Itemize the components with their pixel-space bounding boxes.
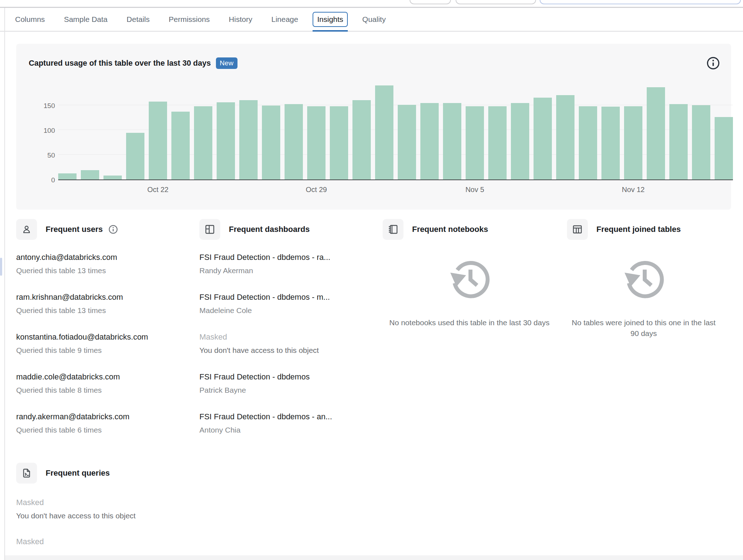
user-row-secondary: Queried this table 6 times [16, 426, 185, 434]
usage-bar[interactable] [217, 102, 235, 179]
tab-label: Lineage [267, 12, 303, 27]
x-axis-label: Oct 22 [147, 186, 169, 194]
chart-y-axis: 050100150 [29, 80, 55, 181]
usage-bar[interactable] [601, 107, 620, 179]
tab-columns[interactable]: Columns [10, 8, 50, 31]
tab-label: Permissions [164, 12, 214, 27]
user-row-primary[interactable]: konstantina.fotiadou@databricks.com [16, 332, 185, 342]
query-row: Masked [16, 537, 729, 546]
usage-bar[interactable] [330, 106, 348, 179]
usage-bar[interactable] [149, 102, 167, 179]
usage-bar[interactable] [669, 104, 688, 179]
dashboard-row-secondary: Antony Chia [199, 426, 368, 434]
usage-bar[interactable] [239, 100, 258, 179]
user-row: ram.krishnan@databricks.comQueried this … [16, 293, 185, 315]
usage-bar[interactable] [81, 170, 99, 179]
usage-panel: Captured usage of this table over the la… [16, 44, 731, 210]
user-row: antony.chia@databricks.comQueried this t… [16, 253, 185, 275]
usage-bar[interactable] [556, 95, 574, 179]
tab-label: History [224, 12, 257, 27]
usage-bar[interactable] [579, 106, 597, 179]
usage-bar[interactable] [352, 100, 371, 179]
usage-bar[interactable] [534, 98, 552, 179]
usage-bar[interactable] [285, 104, 303, 179]
usage-bar[interactable] [307, 106, 326, 179]
dashboard-row-primary[interactable]: FSI Fraud Detection - dbdemos - an... [199, 412, 368, 421]
frequent-joined-tables-title: Frequent joined tables [596, 225, 681, 234]
usage-panel-title: Captured usage of this table over the la… [29, 59, 211, 68]
y-axis-label: 50 [29, 151, 55, 159]
history-icon [448, 258, 492, 302]
usage-bar[interactable] [511, 103, 529, 179]
info-icon[interactable] [706, 56, 720, 70]
usage-bar[interactable] [443, 103, 461, 179]
query-row-primary: Masked [16, 498, 729, 507]
usage-bar[interactable] [488, 106, 507, 179]
dashboard-row-secondary: You don't have access to this object [199, 346, 368, 355]
frequent-dashboards-list: FSI Fraud Detection - dbdemos - ra...Ran… [199, 253, 383, 434]
usage-bar[interactable] [624, 106, 642, 179]
usage-bar[interactable] [398, 105, 416, 179]
frequent-joined-tables-section: Frequent joined tables No tables were jo… [567, 219, 731, 452]
usage-bar[interactable] [194, 106, 212, 179]
dashboard-row-secondary: Patrick Bayne [199, 386, 368, 395]
tab-history[interactable]: History [224, 8, 257, 31]
cutoff-button-1[interactable] [410, 0, 451, 4]
user-row-secondary: Queried this table 13 times [16, 266, 185, 275]
frequent-queries-list: MaskedYou don't have access to this obje… [16, 498, 743, 546]
chart-plot: Oct 22Oct 29Nov 5Nov 12 [58, 80, 733, 180]
user-row-primary[interactable]: antony.chia@databricks.com [16, 253, 185, 262]
user-row-primary[interactable]: maddie.cole@databricks.com [16, 372, 185, 382]
dashboard-row-secondary: Randy Akerman [199, 266, 368, 275]
frequent-notebooks-section: Frequent notebooks No notebooks used thi… [383, 219, 567, 452]
usage-bar[interactable] [420, 103, 439, 179]
usage-bar[interactable] [58, 173, 77, 179]
usage-bar[interactable] [375, 85, 393, 179]
tab-lineage[interactable]: Lineage [267, 8, 303, 31]
user-row-primary[interactable]: randy.akerman@databricks.com [16, 412, 185, 421]
tab-quality[interactable]: Quality [357, 8, 390, 31]
joined-tables-empty-text: No tables were joined to this one in the… [567, 317, 720, 339]
dashboard-row: FSI Fraud Detection - dbdemos - ra...Ran… [199, 253, 368, 275]
usage-bar[interactable] [262, 106, 280, 179]
dashboard-row-primary[interactable]: FSI Fraud Detection - dbdemos [199, 372, 368, 382]
dashboard-row-primary[interactable]: FSI Fraud Detection - dbdemos - m... [199, 293, 368, 302]
tab-insights[interactable]: Insights [313, 8, 348, 31]
notebooks-empty-text: No notebooks used this table in the last… [389, 317, 550, 328]
tab-sample-data[interactable]: Sample Data [59, 8, 112, 31]
dashboard-row: FSI Fraud Detection - dbdemosPatrick Bay… [199, 372, 368, 395]
user-row-primary[interactable]: ram.krishnan@databricks.com [16, 293, 185, 302]
usage-bar[interactable] [715, 117, 733, 179]
usage-bar[interactable] [103, 176, 122, 179]
tab-permissions[interactable]: Permissions [164, 8, 214, 31]
usage-bar[interactable] [466, 106, 484, 179]
dashboard-row-secondary: Madeleine Cole [199, 306, 368, 315]
top-strip [0, 0, 743, 8]
frequent-queries-title: Frequent queries [46, 468, 110, 478]
y-axis-label: 150 [29, 102, 55, 110]
query-row-secondary: You don't have access to this object [16, 512, 729, 520]
usage-bar[interactable] [647, 87, 665, 179]
user-row-secondary: Queried this table 8 times [16, 386, 185, 395]
usage-bar[interactable] [126, 133, 144, 179]
dashboard-row: FSI Fraud Detection - dbdemos - m...Made… [199, 293, 368, 315]
usage-panel-header: Captured usage of this table over the la… [29, 56, 720, 70]
usage-bar[interactable] [171, 112, 190, 179]
tab-label: Quality [357, 12, 390, 27]
insight-sections: Frequent users antony.chia@databricks.co… [16, 219, 731, 452]
history-icon [622, 258, 666, 302]
frequent-dashboards-section: Frequent dashboards FSI Fraud Detection … [199, 219, 383, 452]
notebook-icon [383, 219, 403, 240]
dashboard-icon [199, 219, 220, 240]
usage-bar[interactable] [692, 105, 710, 179]
dashboard-row-primary[interactable]: FSI Fraud Detection - dbdemos - ra... [199, 253, 368, 262]
tab-details[interactable]: Details [122, 8, 154, 31]
query-row: MaskedYou don't have access to this obje… [16, 498, 729, 520]
info-icon[interactable] [108, 224, 118, 234]
frequent-users-section: Frequent users antony.chia@databricks.co… [16, 219, 199, 452]
usage-chart: 050100150 Oct 22Oct 29Nov 5Nov 12 [29, 80, 720, 197]
frequent-dashboards-title: Frequent dashboards [229, 225, 310, 234]
cutoff-search-box[interactable] [540, 0, 741, 4]
cutoff-button-2[interactable] [456, 0, 536, 4]
left-scrollbar-thumb[interactable] [0, 258, 2, 276]
